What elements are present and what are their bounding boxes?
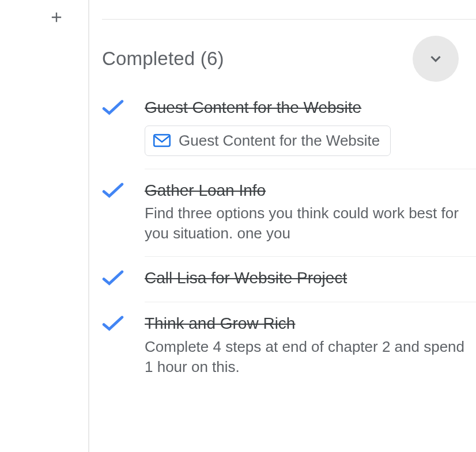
section-header: Completed (6) — [89, 20, 476, 86]
email-chip[interactable]: Guest Content for the Website — [145, 126, 391, 156]
task-row[interactable]: Call Lisa for Website Project — [145, 257, 476, 302]
task-title: Gather Loan Info — [145, 181, 470, 200]
task-description: Find three options you think could work … — [145, 203, 470, 244]
chevron-down-icon — [427, 50, 444, 67]
task-body: Gather Loan Info Find three options you … — [145, 181, 476, 244]
task-row[interactable]: Think and Grow Rich Complete 4 steps at … — [145, 302, 476, 390]
checkmark-icon[interactable] — [102, 268, 124, 289]
task-title: Think and Grow Rich — [145, 314, 470, 333]
collapse-button[interactable] — [413, 36, 459, 82]
task-title: Guest Content for the Website — [145, 98, 470, 117]
task-body: Think and Grow Rich Complete 4 steps at … — [145, 314, 476, 377]
email-chip-label: Guest Content for the Website — [179, 132, 380, 150]
add-task-button[interactable] — [45, 6, 68, 29]
left-rail — [0, 0, 89, 452]
task-title: Call Lisa for Website Project — [145, 268, 470, 288]
plus-icon — [48, 9, 65, 25]
completed-task-list: Guest Content for the Website Guest Cont… — [89, 86, 476, 390]
checkmark-icon[interactable] — [102, 98, 124, 119]
main-panel: Completed (6) Guest Content for the Webs… — [89, 0, 476, 452]
checkmark-icon[interactable] — [102, 314, 124, 335]
task-row[interactable]: Guest Content for the Website Guest Cont… — [145, 86, 476, 169]
completed-header-title: Completed (6) — [102, 48, 224, 70]
task-body: Call Lisa for Website Project — [145, 268, 476, 288]
task-description: Complete 4 steps at end of chapter 2 and… — [145, 337, 470, 377]
mail-icon — [153, 134, 171, 147]
task-row[interactable]: Gather Loan Info Find three options you … — [145, 169, 476, 257]
task-body: Guest Content for the Website Guest Cont… — [145, 98, 476, 156]
top-divider — [102, 0, 476, 20]
svg-rect-0 — [154, 135, 170, 146]
checkmark-icon[interactable] — [102, 181, 124, 202]
